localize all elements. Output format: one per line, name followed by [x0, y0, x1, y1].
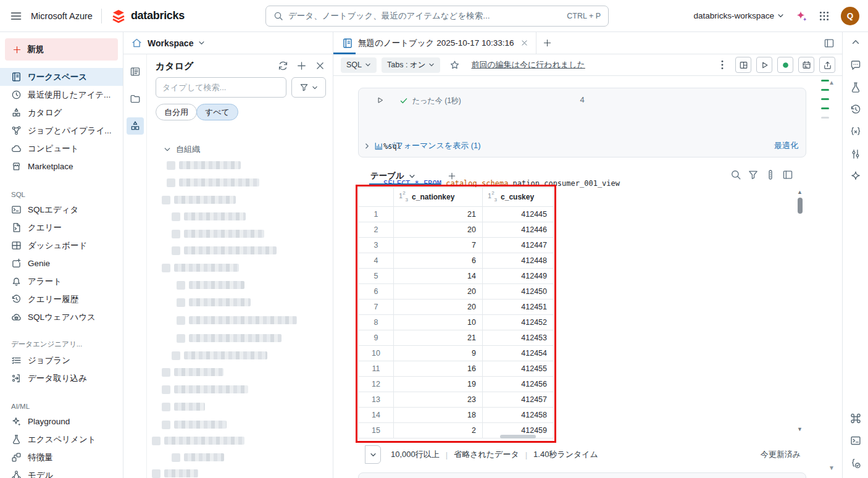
cluster-status-button[interactable]: [777, 57, 793, 73]
catalog-tree-item-redacted[interactable]: [162, 385, 248, 394]
catalog-search-input[interactable]: タイプして検索...: [156, 77, 286, 98]
lint-code-icon[interactable]: [849, 458, 861, 469]
run-cell-icon[interactable]: [376, 96, 384, 104]
workspace-catalog-tab[interactable]: [127, 117, 144, 135]
columns-icon[interactable]: [765, 169, 776, 180]
hamburger-menu-icon[interactable]: [10, 10, 22, 22]
table-row[interactable]: 1116412455: [359, 361, 554, 377]
catalog-tree-item-redacted[interactable]: [152, 469, 198, 478]
favorite-star-icon[interactable]: [449, 60, 460, 70]
workspace-folders-tab[interactable]: [127, 90, 144, 107]
sidebar-item-hist[interactable]: クエリー履歴: [0, 290, 123, 308]
sidebar-item-sparkles[interactable]: Playground: [0, 413, 123, 430]
run-all-button[interactable]: [756, 57, 772, 73]
catalog-tree-item-redacted[interactable]: [162, 420, 227, 429]
table-row[interactable]: 921412453: [359, 330, 554, 346]
sidebar-item-models[interactable]: モデル: [0, 466, 123, 478]
catalog-tree-item-redacted[interactable]: [162, 195, 236, 204]
column-header[interactable]: 123c_nationkey: [394, 188, 483, 207]
language-selector[interactable]: SQL: [341, 57, 377, 73]
column-header[interactable]: 123c_cuskey: [483, 188, 554, 207]
table-row[interactable]: 121412445: [359, 207, 554, 222]
filter-pill-mine[interactable]: 自分用: [156, 104, 197, 120]
global-search-input[interactable]: データ、ノートブック、最近のアイテムなどを検索... CTRL + P: [265, 6, 609, 27]
brand-name[interactable]: databricks: [131, 9, 185, 22]
refresh-icon[interactable]: [278, 61, 288, 71]
catalog-tree-item-redacted[interactable]: [162, 367, 223, 377]
split-view-icon[interactable]: [824, 38, 835, 49]
sidebar-item-warehouse[interactable]: SQLウェアハウス: [0, 308, 123, 326]
sidebar-item-ingest[interactable]: データ取り込み: [0, 369, 123, 387]
catalog-tree-item-redacted[interactable]: [172, 229, 264, 238]
experiments-flask-icon[interactable]: [849, 82, 861, 93]
table-row[interactable]: 810412452: [359, 315, 554, 330]
notebook-tab[interactable]: 無題のノートブック 2025-10-17 10:33:16: [333, 32, 536, 54]
filter-results-icon[interactable]: [748, 169, 759, 180]
variables-icon[interactable]: [849, 126, 861, 138]
table-scroll-up-arrow[interactable]: ▲: [797, 189, 803, 195]
chevron-right-icon[interactable]: [364, 143, 370, 149]
add-icon[interactable]: [296, 61, 307, 71]
table-row[interactable]: 514412449: [359, 269, 554, 284]
sidebar-item-cloud[interactable]: コンピュート: [0, 140, 123, 157]
notebook-scroll-up-arrow[interactable]: ▲: [828, 79, 835, 86]
comments-icon[interactable]: [849, 59, 861, 71]
catalog-tree-item-redacted[interactable]: [162, 402, 205, 411]
table-row[interactable]: 720412451: [359, 300, 554, 315]
table-horizontal-scrollbar[interactable]: [500, 435, 536, 438]
sidebar-item-genie[interactable]: Genie: [0, 254, 123, 272]
table-scroll-down-arrow[interactable]: ▼: [797, 426, 803, 432]
expand-panel-icon[interactable]: [782, 169, 793, 180]
add-visualization-button[interactable]: [441, 172, 462, 180]
catalog-filter-button[interactable]: [291, 77, 326, 98]
sidebar-item-dash[interactable]: ダッシュボード: [0, 237, 123, 254]
sidebar-item-market[interactable]: Marketplace: [0, 157, 123, 175]
optimize-link[interactable]: 最適化: [774, 140, 798, 151]
table-scrollbar-thumb[interactable]: [798, 198, 803, 214]
app-switcher-grid-icon[interactable]: [819, 10, 830, 22]
sidebar-item-flask[interactable]: エクスペリメント: [0, 430, 123, 448]
table-row[interactable]: 46412448: [359, 253, 554, 269]
layout-button[interactable]: [735, 57, 751, 73]
close-tab-icon[interactable]: [520, 39, 528, 47]
workspace-list-tab[interactable]: [127, 63, 144, 80]
catalog-tree-item-redacted[interactable]: [177, 298, 251, 307]
download-options-button[interactable]: [365, 445, 381, 464]
sidebar-item-feature[interactable]: 特徴量: [0, 448, 123, 466]
tabs-toggle[interactable]: Tabs : オン: [382, 57, 440, 73]
catalog-tree-item-redacted[interactable]: [167, 178, 259, 187]
catalog-tree-item-redacted[interactable]: [162, 263, 239, 272]
sidebar-item-catalog[interactable]: カタログ: [0, 104, 123, 122]
results-table[interactable]: 123c_nationkey123c_cuskey 12141244522041…: [358, 187, 554, 438]
filter-pill-all[interactable]: すべて: [196, 104, 238, 120]
catalog-tree-item-redacted[interactable]: [172, 212, 246, 221]
environment-sliders-icon[interactable]: [849, 148, 861, 160]
sidebar-item-clock[interactable]: 最近使用したアイテ...: [0, 86, 123, 104]
notebook-scroll-down-arrow[interactable]: ▼: [828, 464, 835, 471]
catalog-tree-item-redacted[interactable]: [177, 316, 297, 325]
table-row[interactable]: 620412450: [359, 284, 554, 300]
table-row[interactable]: 220412446: [359, 222, 554, 238]
new-tab-button[interactable]: [536, 32, 559, 54]
terminal-icon[interactable]: [849, 435, 861, 447]
next-cell-stub[interactable]: [358, 472, 806, 478]
sidebar-item-joblist[interactable]: ジョブラン: [0, 351, 123, 369]
databricks-logo[interactable]: [111, 8, 127, 24]
catalog-tree-item-redacted[interactable]: [167, 161, 241, 170]
table-row[interactable]: 1219412456: [359, 377, 554, 392]
sidebar-item-doc[interactable]: クエリー: [0, 219, 123, 237]
schedule-button[interactable]: [798, 57, 814, 73]
catalog-tree-item-redacted[interactable]: [152, 436, 244, 445]
catalog-tree-root[interactable]: 自組織: [164, 144, 200, 155]
sidebar-item-flow[interactable]: ジョブとパイプライ...: [0, 122, 123, 140]
sidebar-item-sqled[interactable]: SQLエディタ: [0, 201, 123, 219]
sidebar-item-bell[interactable]: アラート: [0, 272, 123, 290]
last-edit-link[interactable]: 前回の編集は今に行われました: [471, 59, 585, 70]
catalog-tree-item-redacted[interactable]: [177, 333, 282, 343]
table-row[interactable]: 1418412458: [359, 408, 554, 423]
workspace-panel-header[interactable]: Workspace: [123, 32, 333, 54]
search-results-icon[interactable]: [730, 169, 741, 180]
catalog-tree-item-redacted[interactable]: [172, 246, 277, 255]
results-table-tab[interactable]: テーブル: [358, 170, 428, 182]
close-icon[interactable]: [315, 61, 325, 71]
